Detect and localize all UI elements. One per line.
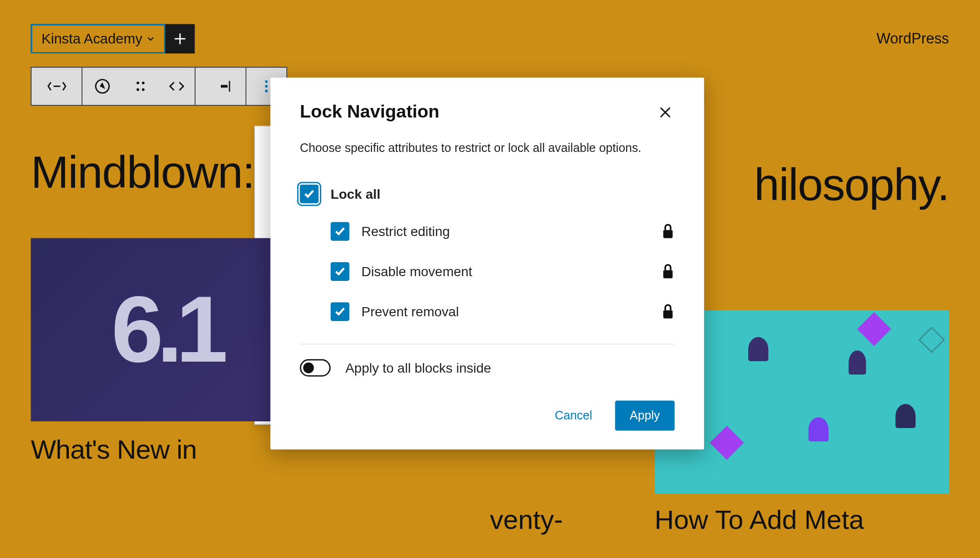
disable-movement-row: Disable movement (331, 252, 675, 292)
svg-rect-5 (220, 85, 227, 88)
nav-selector-label: Kinsta Academy (42, 31, 142, 47)
svg-point-4 (142, 88, 145, 91)
editor-header: Kinsta Academy WordPress (0, 0, 980, 54)
apply-inside-row: Apply to all blocks inside (300, 359, 675, 376)
modal-actions: Cancel Apply (300, 401, 675, 431)
svg-rect-6 (229, 81, 230, 91)
block-toolbar (31, 67, 287, 106)
nav-selector-group: Kinsta Academy (31, 24, 194, 54)
thumbnail-art-61: 6.1 (111, 276, 221, 384)
apply-button[interactable]: Apply (615, 401, 675, 431)
svg-rect-12 (663, 270, 673, 279)
check-icon (334, 225, 346, 237)
lock-icon (661, 224, 675, 240)
post-thumbnail: 6.1 (31, 238, 302, 421)
toolbar-group-nav (82, 67, 196, 105)
apply-inside-label: Apply to all blocks inside (345, 360, 491, 376)
select-parent-button[interactable] (82, 67, 122, 105)
post-title-middle: venty- (490, 505, 563, 535)
move-button[interactable] (159, 67, 195, 105)
drag-icon (131, 77, 150, 96)
svg-rect-11 (663, 230, 673, 238)
restrict-editing-row: Restrict editing (331, 212, 675, 252)
modal-divider (300, 344, 675, 344)
check-icon (303, 188, 315, 200)
post-card[interactable]: 6.1 What's New in (31, 238, 302, 465)
justify-icon (211, 77, 230, 96)
disable-movement-checkbox[interactable] (331, 262, 349, 281)
prevent-removal-checkbox[interactable] (331, 302, 349, 321)
svg-point-9 (265, 90, 268, 93)
justify-button[interactable] (196, 67, 246, 105)
modal-header: Lock Navigation (300, 102, 675, 122)
svg-rect-13 (663, 311, 673, 319)
lock-navigation-modal: Lock Navigation Choose specific attribut… (271, 77, 704, 450)
svg-point-1 (137, 82, 140, 85)
toggle-knob (303, 363, 314, 373)
apply-inside-toggle[interactable] (300, 359, 330, 376)
post-title: What's New in (31, 435, 302, 465)
svg-point-3 (137, 88, 140, 91)
check-icon (334, 266, 346, 278)
brand-link[interactable]: WordPress (876, 30, 949, 47)
modal-title: Lock Navigation (300, 102, 439, 122)
close-button[interactable] (656, 103, 675, 121)
svg-point-7 (265, 80, 268, 83)
drag-handle[interactable] (122, 67, 159, 105)
lock-sub-options: Restrict editing Disable movement Preven… (300, 212, 675, 332)
navigation-menu-selector[interactable]: Kinsta Academy (31, 24, 165, 54)
modal-description: Choose specific attributes to restrict o… (300, 140, 675, 157)
check-icon (334, 306, 346, 318)
lock-all-label: Lock all (331, 186, 675, 202)
restrict-editing-label: Restrict editing (361, 224, 649, 239)
add-block-button[interactable] (165, 24, 195, 54)
cancel-button[interactable]: Cancel (540, 401, 607, 431)
lock-all-checkbox[interactable] (300, 185, 318, 204)
move-arrows-icon (167, 77, 186, 96)
prevent-removal-label: Prevent removal (361, 304, 649, 320)
lock-all-row: Lock all (300, 177, 675, 212)
close-icon (657, 104, 674, 120)
prevent-removal-row: Prevent removal (331, 292, 675, 332)
lock-icon (661, 264, 675, 280)
lock-icon (661, 304, 675, 320)
plus-icon (172, 31, 188, 47)
navigation-block-icon (47, 77, 66, 96)
page-title-right: hilosophy. (754, 158, 949, 210)
restrict-editing-checkbox[interactable] (331, 222, 349, 241)
svg-point-2 (142, 82, 145, 85)
svg-point-8 (265, 85, 268, 88)
disable-movement-label: Disable movement (361, 264, 649, 279)
chevron-down-icon (146, 35, 154, 43)
compass-icon (93, 77, 112, 96)
post-title-right: How To Add Meta (654, 505, 864, 535)
block-type-button[interactable] (32, 67, 82, 105)
